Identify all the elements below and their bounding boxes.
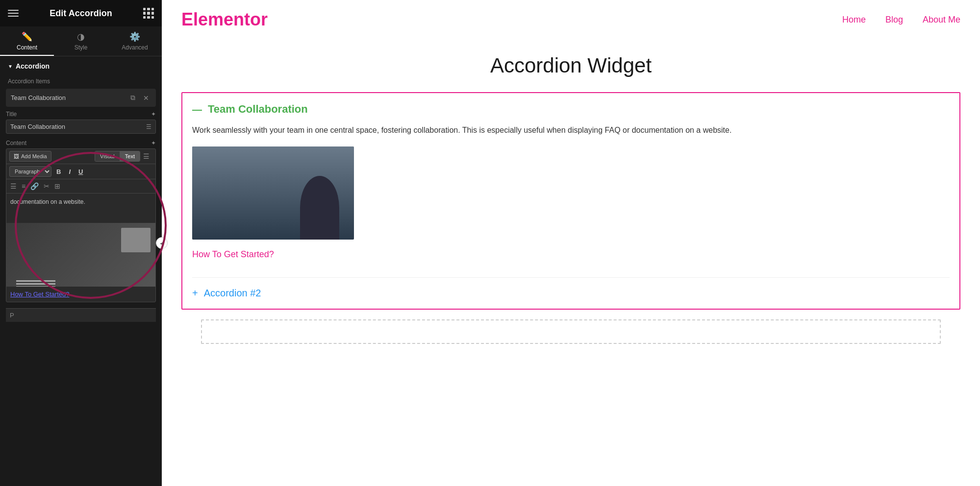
accordion-plus-icon: + [192, 288, 198, 299]
title-input-wrapper: ☰ [6, 120, 156, 134]
accordion-widget: — Team Collaboration Work seamlessly wit… [181, 92, 960, 310]
tab-content-label: Content [17, 44, 37, 51]
tab-style[interactable]: ◑ Style [54, 26, 108, 56]
content-text: documentation on a website. [10, 198, 85, 205]
panel-body: ▼ Accordion Accordion Items Team Collabo… [0, 56, 162, 486]
visual-button[interactable]: Visual [95, 151, 120, 161]
accordion-body-1: Work seamlessly with your team in one ce… [192, 123, 950, 267]
content-preview-image [6, 223, 155, 287]
content-field-row: Content ✦ 🖼 Add Media Visual [6, 140, 156, 302]
content-area[interactable]: documentation on a website. [6, 194, 155, 223]
panel-toggle-button[interactable]: ◀ [156, 237, 168, 249]
site-nav: Elementor Home Blog About Me [162, 0, 980, 39]
nav-links: Home Blog About Me [842, 15, 960, 25]
accordion-minus-icon: — [192, 104, 202, 115]
toolbar-row-2: Paragraph B I U [6, 164, 155, 179]
how-to-link[interactable]: How To Get Started? [192, 249, 274, 259]
table-button[interactable]: ⊞ [53, 181, 61, 191]
p-input: P [6, 308, 156, 322]
nav-about[interactable]: About Me [923, 15, 960, 25]
nav-home[interactable]: Home [842, 15, 866, 25]
title-field-label: Title ✦ [6, 111, 156, 118]
unordered-list-button[interactable]: ☰ [9, 181, 18, 191]
content-tab-icon: ✏️ [22, 31, 32, 42]
toolbar-row-1: 🖼 Add Media Visual Text ☰ [6, 149, 155, 164]
dashed-drop-area [201, 319, 941, 344]
accordion-section-1: — Team Collaboration Work seamlessly wit… [192, 103, 950, 267]
tab-content[interactable]: ✏️ Content [0, 26, 54, 56]
text-button[interactable]: Text [120, 151, 140, 161]
accordion-title-1: Team Collaboration [208, 103, 308, 116]
style-tab-icon: ◑ [77, 31, 85, 42]
tab-advanced[interactable]: ⚙️ Advanced [108, 26, 162, 56]
accordion-items-label: Accordion Items [0, 76, 162, 89]
page-title: Accordion Widget [181, 54, 960, 77]
advanced-tab-icon: ⚙️ [129, 31, 140, 42]
content-field-label: Content ✦ [6, 140, 156, 146]
italic-button[interactable]: I [66, 167, 74, 176]
menu-icon[interactable] [8, 8, 19, 19]
page-content: Accordion Widget — Team Collaboration Wo… [162, 39, 980, 486]
section-arrow: ▼ [8, 64, 13, 69]
content-link[interactable]: How To Get Started? [6, 287, 155, 302]
accordion-title-row-1[interactable]: — Team Collaboration [192, 103, 950, 116]
visual-text-group: Visual Text [95, 151, 140, 162]
left-panel-wrapper: Edit Accordion ✏️ Content ◑ Style ⚙️ Adv… [0, 0, 162, 486]
ordered-list-button[interactable]: ≡ [21, 181, 26, 191]
add-media-icon: 🖼 [14, 153, 19, 159]
panel-tabs: ✏️ Content ◑ Style ⚙️ Advanced [0, 26, 162, 56]
paragraph-select[interactable]: Paragraph [9, 166, 51, 177]
underline-button[interactable]: U [75, 167, 86, 176]
add-media-button[interactable]: 🖼 Add Media [9, 151, 51, 162]
content-toolbar: 🖼 Add Media Visual Text ☰ [6, 148, 156, 302]
title-list-icon: ☰ [146, 123, 151, 130]
delete-item-button[interactable]: ✕ [141, 93, 151, 103]
accordion-divider [192, 277, 950, 278]
content-pin-icon: ✦ [151, 140, 156, 146]
accordion-section-2[interactable]: + Accordion #2 [192, 288, 950, 299]
bold-button[interactable]: B [53, 167, 64, 176]
title-input[interactable] [10, 123, 146, 130]
main-area: Elementor Home Blog About Me Accordion W… [162, 0, 980, 486]
kitchen-sink-button[interactable]: ☰ [140, 151, 152, 161]
tab-advanced-label: Advanced [122, 44, 148, 51]
panel-header: Edit Accordion [0, 0, 162, 26]
link-button[interactable]: 🔗 [29, 181, 40, 191]
panel-title: Edit Accordion [50, 8, 112, 19]
nav-blog[interactable]: Blog [885, 15, 903, 25]
section-accordion-header[interactable]: ▼ Accordion [0, 56, 162, 76]
copy-item-button[interactable]: ⧉ [128, 93, 137, 103]
left-panel: Edit Accordion ✏️ Content ◑ Style ⚙️ Adv… [0, 0, 162, 486]
accordion-item-row: Team Collaboration ⧉ ✕ [6, 89, 156, 107]
site-logo: Elementor [181, 9, 268, 30]
grid-icon[interactable] [143, 8, 154, 19]
accordion-description: Work seamlessly with your team in one ce… [192, 123, 950, 137]
title-field-row: Title ✦ ☰ [6, 111, 156, 134]
unlink-button[interactable]: ✂ [43, 181, 50, 191]
section-accordion-label: Accordion [16, 62, 50, 70]
accordion-image [192, 146, 354, 240]
accordion-title-2: Accordion #2 [204, 288, 261, 299]
tab-style-label: Style [75, 44, 88, 51]
accordion-item-name: Team Collaboration [11, 94, 125, 101]
title-pin-icon: ✦ [151, 111, 156, 118]
toolbar-row-3: ☰ ≡ 🔗 ✂ ⊞ [6, 179, 155, 194]
edit-form: Title ✦ ☰ Content ✦ [0, 111, 162, 322]
